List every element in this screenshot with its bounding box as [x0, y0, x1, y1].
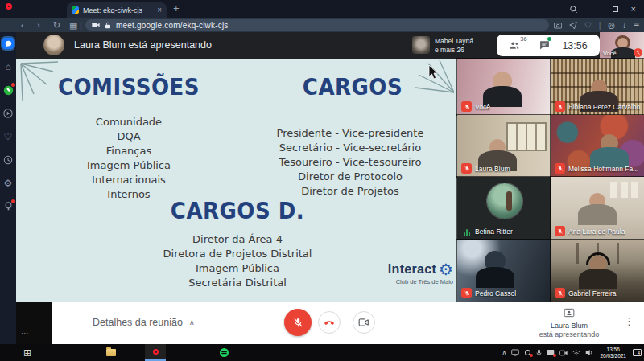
cargos-list: Presidente - Vice-presidente Secretário … [250, 126, 451, 199]
camera-toggle-button[interactable] [353, 311, 375, 334]
bookmarks-heart-icon[interactable]: ♡ [2, 131, 14, 142]
slide-title-comissoes: COMISSÕES [40, 74, 217, 100]
participant-grid: Você Bibiana Perez Carvalho Laura Blum M… [457, 59, 644, 302]
file-explorer-icon[interactable] [101, 344, 121, 361]
flow-send-icon[interactable] [569, 21, 577, 29]
participants-button[interactable]: 36 [509, 39, 526, 53]
action-center-icon[interactable]: 4 [633, 349, 642, 356]
close-button[interactable]: × [631, 5, 636, 14]
tray-expand-icon[interactable]: ∧ [502, 349, 507, 356]
participant-name: Você [475, 103, 490, 111]
bookmark-heart-icon[interactable]: ♡ [584, 21, 592, 30]
chat-button[interactable] [539, 39, 550, 53]
participant-tile[interactable]: Laura Blum [457, 115, 551, 177]
minimize-button[interactable]: — [591, 5, 600, 14]
reload-icon[interactable]: ↻ [53, 18, 60, 32]
opera-tray-icon[interactable] [524, 349, 531, 356]
camera-tray-icon[interactable] [559, 350, 568, 356]
participant-tile[interactable]: Melissa Hoffmann Fa... [551, 115, 644, 177]
spotify-icon[interactable] [214, 344, 233, 361]
participant-tile[interactable]: Pedro Cassol [457, 240, 551, 302]
new-tab-button[interactable]: + [173, 2, 180, 14]
group-label[interactable]: Mabel Tayná e mais 26 [435, 37, 473, 54]
person-silhouette [589, 193, 605, 209]
participant-name: Bibiana Perez Carvalho [568, 103, 640, 111]
participant-name: Gabriel Ferreira [568, 289, 617, 297]
phone-hangup-icon [323, 316, 336, 329]
slide-title-cargos-d: CARGOS D. [137, 198, 338, 224]
person-silhouette [601, 134, 618, 152]
participant-tile[interactable]: Bibiana Perez Carvalho [551, 59, 644, 115]
tab-close-icon[interactable]: × [157, 6, 162, 14]
presenting-indicator[interactable]: Laura Blum está apresentando [521, 306, 617, 339]
participant-tile[interactable]: Gabriel Ferreira [551, 240, 644, 302]
more-options-icon[interactable]: ⋮ [624, 315, 634, 327]
meet-bottom-bar: ⋯ Detalhes da reunião ∧ [16, 302, 644, 344]
participant-tile[interactable]: Betina Ritter [457, 177, 551, 240]
camera-in-use-icon[interactable] [92, 22, 100, 28]
browser-tab-bar: Meet: ekq-ciwk-cjs × + — × [0, 0, 644, 18]
browser-tab[interactable]: Meet: ekq-ciwk-cjs × [67, 2, 167, 18]
download-icon[interactable]: ↓ [622, 21, 626, 30]
pinboard-icon[interactable] [2, 201, 14, 212]
window-controls: — × [569, 0, 636, 18]
network-tray-icon[interactable] [572, 349, 580, 356]
forward-icon[interactable]: › [37, 18, 40, 32]
opera-sidebar: ⌂ ♡ ⚙ [0, 32, 16, 344]
volume-tray-icon[interactable] [585, 349, 593, 356]
search-icon[interactable] [569, 5, 578, 14]
history-clock-icon[interactable] [2, 154, 14, 166]
mic-toggle-button[interactable] [284, 309, 312, 336]
tab-title: Meet: ekq-ciwk-cjs [83, 6, 153, 14]
address-bar: ‹ › ↻ ▦ | meet.google.com/ekq-ciwk-cjs ♡… [0, 18, 644, 32]
presenting-name: Laura Blum [521, 322, 617, 330]
menu-icon[interactable]: ≡ [634, 19, 639, 31]
overflow-icon[interactable]: ⋯ [21, 329, 30, 338]
screen-share-tray-icon[interactable] [547, 349, 555, 356]
group-thumbnail[interactable] [412, 36, 430, 54]
snapshot-icon[interactable] [554, 22, 562, 29]
notification-dot [530, 354, 533, 357]
screen: Meet: ekq-ciwk-cjs × + — × ‹ › ↻ ▦ | mee… [0, 0, 644, 361]
maximize-button[interactable] [613, 6, 618, 12]
cargos-d-list: Diretor da Área 4 Diretora de Projetos D… [129, 232, 346, 290]
mic-muted-icon [461, 163, 472, 174]
microphone-tray-icon[interactable] [536, 349, 542, 357]
presentation-icon [564, 306, 575, 321]
participant-name: Ana Lara de Paula [568, 228, 625, 236]
player-icon[interactable] [2, 108, 14, 119]
display-tray-icon[interactable] [511, 349, 519, 356]
participant-tile[interactable]: Ana Lara de Paula [551, 177, 644, 240]
participant-tile[interactable]: Você [457, 59, 551, 115]
presentation-slide: COMISSÕES CARGOS Comunidade DQA Finanças… [16, 59, 457, 304]
window-background [506, 122, 547, 151]
lock-icon[interactable] [105, 22, 111, 29]
url-field[interactable]: meet.google.com/ekq-ciwk-cjs [85, 19, 549, 31]
bottom-dark-strip: ⋯ [16, 302, 52, 344]
meet-window: Laura Blum está apresentando Mabel Tayná… [16, 32, 644, 344]
hang-up-button[interactable] [318, 311, 341, 334]
home-icon[interactable]: ⌂ [2, 61, 14, 72]
opera-logo-icon[interactable] [6, 3, 12, 10]
url-text[interactable]: meet.google.com/ekq-ciwk-cjs [116, 21, 229, 30]
camera-icon [358, 318, 369, 327]
mic-muted-icon [292, 317, 304, 329]
settings-gear-icon[interactable]: ⚙ [2, 178, 14, 189]
messenger-icon[interactable] [2, 38, 14, 49]
meeting-details-button[interactable]: Detalhes da reunião ∧ [93, 317, 194, 328]
speed-dial-icon[interactable]: ▦ [69, 18, 77, 32]
wallet-icon[interactable]: ◎ [608, 21, 615, 30]
avatar [487, 183, 522, 219]
presenting-status: está apresentando [521, 330, 617, 339]
start-button[interactable]: ⊞ [18, 344, 37, 361]
control-bar: Detalhes da reunião ∧ Laura Blum [52, 302, 644, 344]
mic-muted-icon [555, 288, 565, 298]
participant-name: Laura Blum [475, 165, 510, 173]
back-icon[interactable]: ‹ [21, 18, 24, 32]
mic-muted-icon [555, 101, 565, 112]
opera-taskbar-icon[interactable] [145, 344, 166, 361]
self-view-thumbnail[interactable]: Você [600, 32, 644, 59]
whatsapp-icon[interactable] [2, 84, 14, 96]
chat-notification-dot [547, 37, 551, 41]
taskbar-clock[interactable]: 13:56 20/03/2021 [598, 347, 628, 359]
